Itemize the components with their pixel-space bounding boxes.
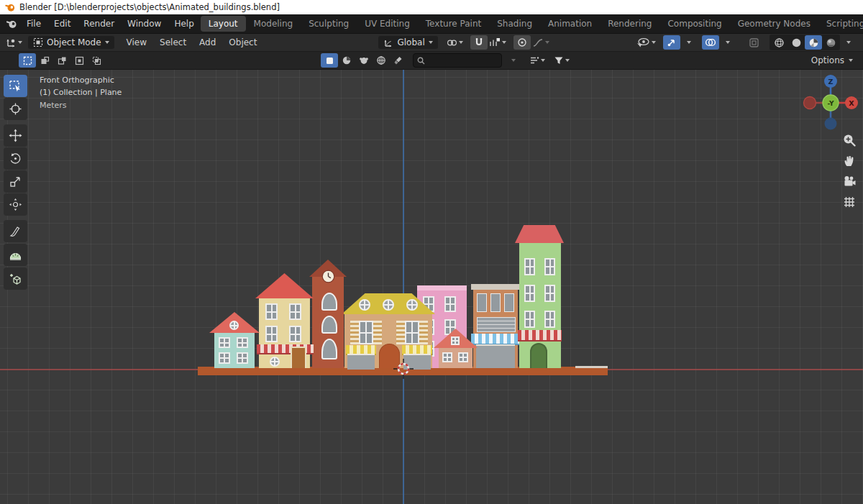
search-input[interactable] (428, 55, 493, 65)
building-window (359, 321, 373, 344)
show-overlays-button[interactable] (702, 35, 719, 50)
gizmo-z-label: Z (828, 78, 834, 86)
select-mode-extend-button[interactable] (36, 53, 53, 68)
tool-cursor[interactable] (4, 98, 27, 120)
proportional-editing-button[interactable] (513, 35, 531, 50)
building-window (544, 311, 555, 328)
building-corner-shop[interactable] (471, 284, 519, 368)
z-axis-line (403, 70, 404, 504)
blender-logo-icon (5, 2, 15, 12)
building-green-tower[interactable] (515, 225, 564, 368)
menu-object[interactable]: Object (222, 35, 263, 50)
workspace-tab-geometry-nodes[interactable]: Geometry Nodes (730, 16, 818, 32)
tool-rotate[interactable] (4, 147, 27, 170)
menu-file[interactable]: File (20, 17, 47, 31)
camera-view-button[interactable] (841, 173, 858, 190)
workspace-tab-rendering[interactable]: Rendering (600, 16, 659, 32)
filter-funnel-dropdown[interactable] (552, 53, 571, 68)
menu-view[interactable]: View (120, 35, 153, 50)
shop-awning (471, 334, 519, 345)
snap-toggle-button[interactable] (470, 35, 488, 50)
select-mode-subtract-button[interactable] (53, 53, 70, 68)
overlays-dropdown[interactable] (719, 35, 736, 50)
workspace-tab-modeling[interactable]: Modeling (246, 16, 301, 32)
door (291, 347, 306, 368)
menu-window[interactable]: Window (121, 17, 168, 31)
menu-select[interactable]: Select (153, 35, 193, 50)
building-cream-townhouse[interactable] (255, 273, 314, 368)
building-window (219, 337, 230, 348)
filter-monkey-icon-button[interactable] (355, 53, 373, 68)
tool-move[interactable] (4, 124, 27, 147)
tool-add-primitive[interactable] (4, 267, 27, 290)
building-small-cottage[interactable] (434, 329, 478, 368)
building-window (524, 285, 535, 302)
tool-measure[interactable] (4, 244, 27, 266)
tool-annotate[interactable] (4, 220, 27, 242)
tool-transform[interactable] (4, 193, 27, 216)
building-bakery[interactable] (342, 293, 435, 368)
clock-face (321, 270, 335, 283)
workspace-tab-layout[interactable]: Layout (201, 16, 246, 32)
shading-solid-button[interactable] (787, 35, 805, 50)
editor-type-button[interactable] (4, 35, 24, 50)
building-window (265, 303, 278, 320)
select-mode-intersect-button[interactable] (88, 53, 105, 68)
mode-selector[interactable]: Object Mode (28, 36, 114, 49)
building-window (219, 352, 230, 364)
shading-material-preview-button[interactable] (805, 35, 822, 50)
toggle-xray-button[interactable] (745, 35, 762, 50)
menu-render[interactable]: Render (77, 17, 121, 31)
tool-scale[interactable] (4, 170, 27, 193)
gable-window (451, 336, 460, 345)
workspace-tab-texture-paint[interactable]: Texture Paint (418, 16, 489, 32)
snap-target-button[interactable] (488, 35, 508, 50)
workspace-tab-scripting[interactable]: Scripting (818, 16, 863, 32)
proportional-falloff-button[interactable] (531, 35, 551, 50)
show-gizmo-button[interactable] (663, 35, 680, 50)
building-clock-tower[interactable] (309, 260, 347, 368)
pan-hand-button[interactable] (841, 152, 858, 169)
zoom-button[interactable] (841, 132, 858, 149)
topbar: File Edit Render Window Help Layout Mode… (0, 14, 863, 34)
roof-round-window (406, 299, 418, 311)
shading-wireframe-button[interactable] (770, 35, 787, 50)
building-window (289, 326, 301, 342)
entry-awning (518, 330, 562, 342)
select-mode-invert-button[interactable] (70, 53, 88, 68)
shop-sign (477, 317, 516, 332)
filter-brush-icon-button[interactable] (390, 53, 407, 68)
building-teal-cottage[interactable] (209, 312, 260, 368)
workspace-tab-sculpting[interactable]: Sculpting (301, 16, 357, 32)
filter-box-icon-button[interactable] (321, 53, 338, 68)
collapsed-dropdown[interactable] (505, 53, 522, 68)
transform-orientation-selector[interactable]: Global (378, 36, 437, 49)
filter-sphere-icon-button[interactable] (338, 53, 355, 68)
workspace-tab-shading[interactable]: Shading (489, 16, 540, 32)
navigation-gizmo[interactable]: Z X -Y (800, 73, 861, 133)
3d-viewport[interactable]: Front Orthographic (1) Collection | Plan… (0, 70, 863, 504)
select-mode-set-button[interactable] (19, 53, 36, 68)
shading-dropdown[interactable] (840, 35, 857, 50)
menu-help[interactable]: Help (168, 17, 200, 31)
viewport-header: Object Mode View Select Add Object Globa… (0, 34, 863, 52)
building-window (544, 285, 555, 302)
app-menu-icon[interactable] (6, 18, 17, 29)
menu-edit[interactable]: Edit (47, 17, 77, 31)
pivot-point-button[interactable] (445, 35, 465, 50)
toggle-grid-button[interactable] (841, 193, 858, 211)
workspace-tab-compositing[interactable]: Compositing (659, 16, 729, 32)
options-dropdown[interactable]: Options (810, 53, 854, 68)
gizmo-dropdown[interactable] (680, 35, 698, 50)
tool-select-box[interactable] (4, 75, 27, 97)
shading-rendered-button[interactable] (822, 35, 839, 50)
filter-type-dropdown[interactable] (528, 53, 547, 68)
view-name-label: Front Orthographic (40, 75, 114, 85)
search-field[interactable] (413, 53, 502, 68)
shutter (350, 321, 359, 344)
workspace-tab-animation[interactable]: Animation (540, 16, 600, 32)
filter-globe-icon-button[interactable] (373, 53, 390, 68)
show-object-types-button[interactable] (634, 35, 657, 50)
menu-add[interactable]: Add (193, 35, 222, 50)
workspace-tab-uv-editing[interactable]: UV Editing (357, 16, 418, 32)
